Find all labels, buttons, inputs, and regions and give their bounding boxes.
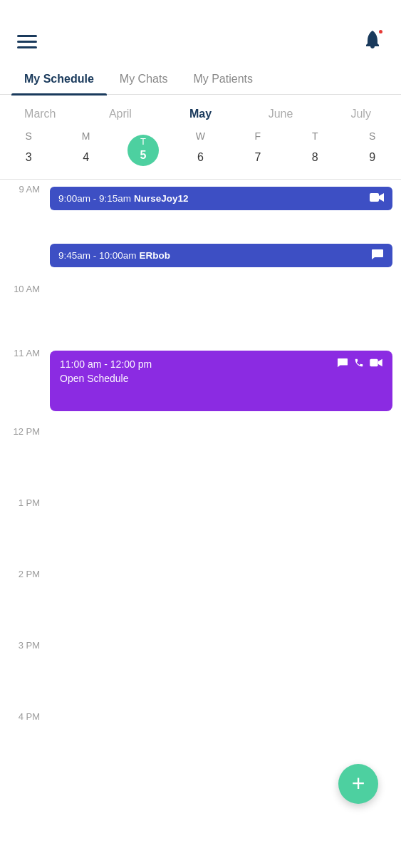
phone-icon-purple [354, 358, 364, 370]
week-row: S 3 M 4 T 5 W 6 F 7 T 8 S 9 [0, 125, 401, 180]
schedule-area: 9 AM 9:00am - 9:15am NurseJoy12 [0, 187, 401, 771]
time-slot-3pm: 3 PM [0, 643, 401, 714]
add-event-fab[interactable]: + [338, 764, 378, 804]
event-purple-top: 11:00 am - 12:00 pm [60, 358, 382, 370]
day-num-sat: 9 [360, 145, 385, 170]
event-erbob-user: ERbob [140, 250, 171, 261]
event-purple-icons [337, 358, 382, 370]
month-may[interactable]: May [160, 103, 241, 125]
day-num-sun: 3 [16, 145, 41, 170]
day-col-fri[interactable]: F 7 [229, 130, 286, 170]
main-tabs: My Schedule My Chats My Patients [0, 66, 401, 95]
event-nursejoy12-text: 9:00am - 9:15am NurseJoy12 [58, 193, 189, 204]
time-label-9am: 9 AM [0, 181, 50, 195]
time-slot-2pm: 2 PM [0, 572, 401, 643]
video-icon-purple [370, 358, 382, 370]
event-open-schedule-time: 11:00 am - 12:00 pm [60, 358, 152, 370]
tab-my-chats[interactable]: My Chats [107, 66, 181, 94]
month-april[interactable]: April [80, 103, 161, 125]
plus-icon: + [352, 772, 365, 795]
event-nursejoy12[interactable]: 9:00am - 9:15am NurseJoy12 [50, 187, 392, 210]
app-header [0, 0, 401, 66]
day-num-tue: 5 [130, 148, 156, 162]
time-label-11am: 11 AM [0, 345, 50, 358]
time-slot-11am: 11 AM 11:00 am - 12:00 pm [0, 351, 401, 429]
day-label-sun: S [26, 130, 32, 142]
time-slot-12pm: 12 PM [0, 429, 401, 500]
time-slot-1pm: 1 PM [0, 500, 401, 572]
video-icon [370, 192, 384, 205]
day-label-thu: T [312, 130, 318, 142]
day-label-wed: W [196, 130, 205, 142]
time-label-12pm: 12 PM [0, 423, 50, 437]
slot-content-945: 9:45am - 10:00am ERbob [50, 244, 401, 267]
tab-my-schedule[interactable]: My Schedule [11, 66, 107, 94]
slot-content-9am: 9:00am - 9:15am NurseJoy12 [50, 187, 401, 210]
day-num-fri: 7 [245, 145, 271, 170]
tab-my-patients[interactable]: My Patients [180, 66, 266, 94]
month-june[interactable]: June [241, 103, 321, 125]
notification-button[interactable] [361, 29, 384, 54]
notification-dot [377, 29, 384, 35]
day-col-mon[interactable]: M 4 [57, 130, 114, 170]
chat-icon [371, 249, 384, 262]
svg-rect-0 [370, 193, 379, 202]
event-nursejoy12-user: NurseJoy12 [134, 193, 189, 204]
day-col-thu[interactable]: T 8 [286, 130, 343, 170]
day-col-sun[interactable]: S 3 [0, 130, 57, 170]
time-label-3pm: 3 PM [0, 637, 50, 651]
time-label-1pm: 1 PM [0, 495, 50, 508]
day-label-sat: S [369, 130, 375, 142]
event-erbob-time: 9:45am - 10:00am [58, 250, 137, 261]
svg-rect-1 [370, 359, 377, 367]
event-erbob-text: 9:45am - 10:00am ERbob [58, 250, 170, 261]
day-col-sat[interactable]: S 9 [344, 130, 401, 170]
event-open-schedule-label: Open Schedule [60, 373, 382, 384]
event-nursejoy12-time: 9:00am - 9:15am [58, 193, 131, 204]
day-col-tue[interactable]: T 5 [115, 135, 172, 166]
chat-icon-purple [337, 358, 348, 370]
time-label-2pm: 2 PM [0, 566, 50, 579]
day-num-thu: 8 [302, 145, 328, 170]
time-slot-9am: 9 AM 9:00am - 9:15am NurseJoy12 [0, 187, 401, 244]
time-slot-945: 9:45am - 10:00am ERbob [0, 244, 401, 286]
day-label-mon: M [82, 130, 90, 142]
month-march[interactable]: March [0, 103, 80, 125]
month-strip: March April May June July [0, 95, 401, 125]
event-erbob[interactable]: 9:45am - 10:00am ERbob [50, 244, 392, 267]
day-num-mon: 4 [73, 145, 99, 170]
time-slot-4pm: 4 PM [0, 714, 401, 771]
event-open-schedule[interactable]: 11:00 am - 12:00 pm Open Schedule [50, 351, 392, 411]
time-label-4pm: 4 PM [0, 708, 50, 722]
day-col-wed[interactable]: W 6 [172, 130, 229, 170]
day-label-fri: F [255, 130, 261, 142]
time-slot-10am: 10 AM [0, 286, 401, 351]
month-july[interactable]: July [321, 103, 401, 125]
menu-button[interactable] [17, 35, 37, 48]
slot-content-11am: 11:00 am - 12:00 pm Open Schedule [50, 351, 401, 411]
day-num-wed: 6 [187, 145, 213, 170]
day-label-tue: T [140, 136, 146, 147]
time-label-10am: 10 AM [0, 281, 50, 294]
